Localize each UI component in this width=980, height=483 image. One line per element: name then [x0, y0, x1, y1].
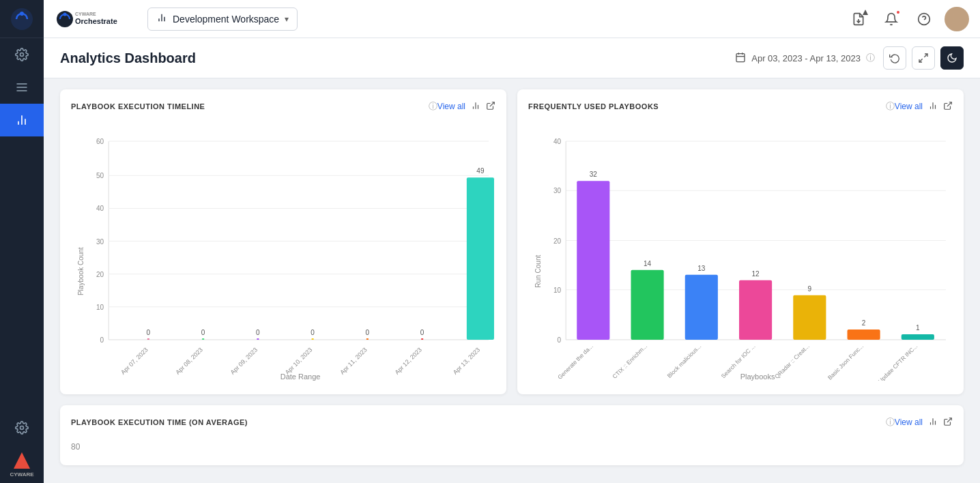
sidebar-item-settings-bottom[interactable] — [0, 411, 44, 444]
svg-text:Apr 13, 2023: Apr 13, 2023 — [452, 346, 482, 376]
notification-badge — [895, 10, 901, 15]
svg-text:Update CFTR INC...: Update CFTR INC... — [877, 342, 919, 381]
timeline-export-icon[interactable] — [486, 101, 495, 113]
bottom-card: PLAYBOOK EXECUTION TIME (ON AVERAGE) ⓘ V… — [60, 405, 964, 465]
bottom-title: PLAYBOOK EXECUTION TIME (ON AVERAGE) — [71, 418, 882, 426]
timeline-bar-chart-icon[interactable] — [471, 101, 480, 113]
svg-text:20: 20 — [553, 237, 562, 245]
svg-rect-62 — [467, 177, 494, 340]
workspace-selector[interactable]: Development Workspace ▾ — [147, 8, 298, 31]
svg-text:Apr 07, 2023: Apr 07, 2023 — [119, 346, 149, 376]
svg-text:Date Range: Date Range — [280, 372, 321, 381]
sidebar-item-menu[interactable] — [0, 71, 44, 104]
page-title: Analytics Dashboard — [60, 50, 735, 66]
svg-point-0 — [11, 8, 33, 30]
dark-mode-btn[interactable] — [940, 46, 964, 70]
bottom-export-icon[interactable] — [943, 417, 953, 428]
playbook-timeline-card: PLAYBOOK EXECUTION TIMELINE ⓘ View all — [60, 89, 506, 394]
bottom-header: PLAYBOOK EXECUTION TIME (ON AVERAGE) ⓘ V… — [71, 416, 953, 428]
svg-text:0: 0 — [558, 336, 562, 344]
sidebar-bottom: CYWARE — [0, 411, 44, 483]
svg-text:0: 0 — [420, 329, 424, 336]
bottom-bar-chart-icon[interactable] — [928, 417, 938, 428]
svg-text:14: 14 — [644, 260, 652, 267]
svg-rect-96 — [793, 295, 826, 340]
svg-marker-19 — [863, 10, 868, 15]
svg-text:QRadar :: Creat...: QRadar :: Creat... — [773, 342, 811, 380]
cyware-brand: CYWARE — [4, 444, 39, 483]
svg-text:40: 40 — [553, 138, 562, 145]
svg-line-113 — [947, 418, 951, 422]
svg-text:2: 2 — [862, 319, 866, 327]
svg-rect-100 — [902, 334, 934, 340]
svg-text:Apr 10, 2023: Apr 10, 2023 — [284, 346, 314, 376]
svg-point-9 — [20, 426, 24, 430]
timeline-info-icon[interactable]: ⓘ — [429, 100, 437, 113]
freq-bar-chart-icon[interactable] — [928, 101, 938, 113]
svg-text:0: 0 — [256, 329, 260, 336]
calendar-icon — [735, 52, 746, 65]
orchestrate-logo: CYWARE Orchestrate — [55, 9, 136, 29]
freq-chart-actions: View all — [895, 101, 953, 113]
svg-point-12 — [63, 12, 67, 16]
avatar[interactable] — [945, 7, 969, 31]
svg-text:13: 13 — [697, 265, 706, 272]
dashboard-body: PLAYBOOK EXECUTION TIMELINE ⓘ View all — [44, 78, 980, 483]
svg-point-1 — [20, 12, 24, 16]
cyware-logo-icon — [10, 7, 34, 31]
svg-line-29 — [919, 59, 923, 62]
svg-text:10: 10 — [553, 287, 562, 294]
svg-text:Orchestrate: Orchestrate — [75, 17, 117, 25]
svg-text:0: 0 — [366, 329, 370, 336]
freq-info-icon[interactable]: ⓘ — [886, 100, 895, 113]
svg-rect-98 — [848, 330, 880, 340]
svg-text:Playbook Count: Playbook Count — [77, 247, 85, 295]
svg-text:Playbooks: Playbooks — [740, 372, 775, 381]
svg-text:1: 1 — [916, 324, 920, 332]
svg-text:Block malicious...: Block malicious... — [666, 342, 703, 379]
expand-btn[interactable] — [912, 46, 935, 70]
timeline-view-all[interactable]: View all — [437, 102, 465, 111]
date-range: Apr 03, 2023 - Apr 13, 2023 ⓘ — [735, 52, 875, 65]
bottom-chart-actions: View all — [895, 417, 953, 428]
sidebar: CYWARE — [0, 0, 44, 483]
date-info-icon[interactable]: ⓘ — [866, 52, 875, 64]
svg-text:20: 20 — [96, 271, 104, 278]
svg-text:32: 32 — [590, 171, 598, 178]
svg-rect-24 — [736, 53, 745, 61]
svg-text:40: 40 — [96, 205, 104, 212]
page-header: Analytics Dashboard Apr 03, 2023 - Apr 1… — [44, 38, 980, 78]
svg-text:0: 0 — [311, 329, 315, 336]
svg-text:60: 60 — [96, 138, 104, 145]
sidebar-item-settings-top[interactable] — [0, 38, 44, 71]
freq-chart: Run Count 0 10 20 30 40 — [528, 121, 953, 383]
svg-text:CTIX :: Enrichm...: CTIX :: Enrichm... — [611, 342, 648, 380]
svg-text:CYWARE: CYWARE — [75, 12, 96, 16]
export-icon-btn[interactable] — [846, 7, 871, 31]
svg-rect-92 — [685, 275, 718, 340]
notifications-btn[interactable] — [879, 7, 904, 31]
freq-view-all[interactable]: View all — [895, 102, 923, 111]
svg-point-22 — [953, 14, 960, 20]
svg-text:10: 10 — [96, 304, 104, 311]
bottom-view-all[interactable]: View all — [895, 418, 923, 427]
freq-export-icon[interactable] — [943, 101, 953, 113]
bottom-chart-placeholder: 80 — [71, 437, 953, 454]
charts-row: PLAYBOOK EXECUTION TIMELINE ⓘ View all — [60, 89, 964, 394]
svg-text:Run Count: Run Count — [534, 255, 542, 288]
bottom-info-icon[interactable]: ⓘ — [886, 416, 895, 428]
svg-point-2 — [20, 53, 24, 57]
help-btn[interactable] — [912, 7, 936, 31]
svg-text:0: 0 — [147, 329, 151, 336]
playbook-timeline-header: PLAYBOOK EXECUTION TIMELINE ⓘ View all — [71, 100, 495, 113]
frequently-used-header: FREQUENTLY USED PLAYBOOKS ⓘ View all — [528, 100, 953, 113]
svg-text:Basic Json Func...: Basic Json Func... — [826, 342, 865, 381]
svg-line-33 — [490, 102, 494, 106]
svg-text:0: 0 — [100, 336, 104, 344]
svg-text:Apr 12, 2023: Apr 12, 2023 — [393, 346, 423, 376]
refresh-btn[interactable] — [883, 46, 906, 70]
date-range-text: Apr 03, 2023 - Apr 13, 2023 — [751, 53, 861, 63]
sidebar-item-analytics[interactable] — [0, 104, 44, 136]
svg-text:30: 30 — [96, 238, 104, 246]
svg-line-28 — [924, 54, 927, 57]
